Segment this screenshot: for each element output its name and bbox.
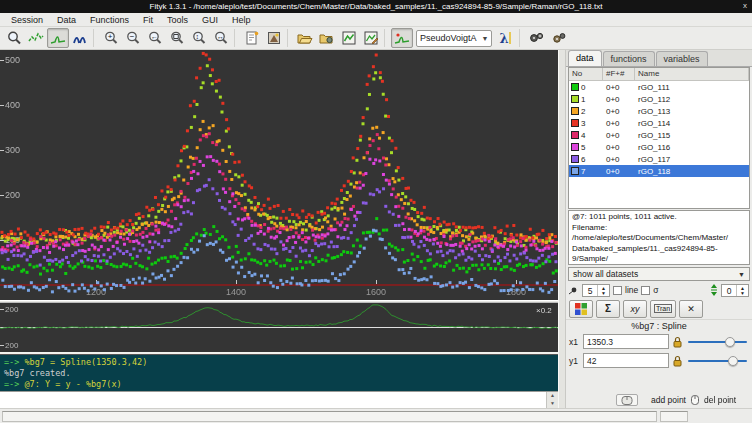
data-range-mode-icon[interactable] <box>25 28 47 48</box>
dataset-name: rGO_114 <box>635 119 749 128</box>
dataset-color-swatch[interactable] <box>571 167 579 175</box>
save-session-as-icon[interactable] <box>360 28 382 48</box>
svg-text:←: ← <box>151 33 158 40</box>
dataset-color-swatch[interactable] <box>571 119 579 127</box>
zoom-previous-icon[interactable]: ← <box>144 28 166 48</box>
param-x1-input[interactable]: 1350.3 <box>583 334 669 349</box>
param-y1-slider[interactable] <box>686 355 749 367</box>
dataset-color-swatch[interactable] <box>571 83 579 91</box>
add-peak-mode-icon[interactable] <box>47 28 69 48</box>
zoom-all-icon[interactable] <box>166 28 188 48</box>
auto-add-peak-icon[interactable] <box>391 28 413 48</box>
fit-settings-icon[interactable] <box>548 28 570 48</box>
tab-variables[interactable]: variables <box>656 51 708 66</box>
column-name[interactable]: Name <box>635 68 749 80</box>
sum-datasets-button[interactable]: Σ <box>596 300 620 318</box>
zoom-vertical-icon[interactable]: ↕ <box>188 28 210 48</box>
session-log-icon[interactable] <box>263 28 285 48</box>
close-window-button[interactable]: x <box>743 1 747 10</box>
aux-plot-canvas[interactable] <box>0 303 558 352</box>
zoom-mode-icon[interactable] <box>3 28 25 48</box>
command-history-spinner[interactable]: ▲▼ <box>546 392 558 408</box>
console-command: @7: Y = y - %bg7(x) <box>19 379 121 389</box>
data-shift-icon <box>710 284 718 296</box>
zoom-in-icon[interactable]: + <box>100 28 122 48</box>
dataset-row-rGO_115[interactable]: 40+0rGO_115 <box>569 129 749 141</box>
delete-dataset-button[interactable]: ✕ <box>679 300 703 318</box>
menu-fit[interactable]: Fit <box>136 15 160 25</box>
dataset-func-count: 0+0 <box>603 107 635 116</box>
dataset-number: 4 <box>581 131 585 140</box>
dataset-color-swatch[interactable] <box>571 95 579 103</box>
dataset-func-count: 0+0 <box>603 83 635 92</box>
lock-icon[interactable] <box>672 355 683 367</box>
open-session-icon[interactable] <box>294 28 316 48</box>
dataset-filter-dropdown[interactable]: show all datasets ▼ <box>568 267 750 281</box>
dataset-row-rGO_117[interactable]: 60+0rGO_117 <box>569 153 749 165</box>
sigma-checkbox[interactable] <box>641 286 650 295</box>
point-size-icon <box>569 285 579 295</box>
dataset-row-rGO_113[interactable]: 20+0rGO_113 <box>569 105 749 117</box>
console-command: %bg7 = Spline(1350.3,42) <box>19 357 147 367</box>
tab-functions[interactable]: functions <box>603 51 655 66</box>
edit-script-icon[interactable] <box>241 28 263 48</box>
title-bar: Fityk 1.3.1 - /home/aleplo/test/Document… <box>0 0 752 13</box>
dataset-number: 6 <box>581 155 585 164</box>
mouse-mode-button[interactable] <box>616 394 638 406</box>
column-no[interactable]: No <box>569 68 603 80</box>
dataset-row-rGO_116[interactable]: 50+0rGO_116 <box>569 141 749 153</box>
dataset-row-rGO_114[interactable]: 30+0rGO_114 <box>569 117 749 129</box>
dataset-name: rGO_115 <box>635 131 749 140</box>
line-checkbox[interactable] <box>613 286 622 295</box>
dataset-color-swatch[interactable] <box>571 107 579 115</box>
menu-session[interactable]: Session <box>4 15 50 25</box>
transformations-button[interactable]: Tran <box>650 300 676 318</box>
chevron-down-icon: ▼ <box>738 271 745 278</box>
save-session-icon[interactable] <box>338 28 360 48</box>
fit-run-icon[interactable] <box>526 28 548 48</box>
tab-data[interactable]: data <box>568 50 602 66</box>
dataset-color-swatch[interactable] <box>571 143 579 151</box>
menu-functions[interactable]: Functions <box>83 15 136 25</box>
dataset-row-rGO_118[interactable]: 70+0rGO_118 <box>569 165 749 177</box>
data-shift-spinner[interactable]: 0▲▼ <box>721 284 749 297</box>
point-size-spinner[interactable]: 5▲▼ <box>582 284 610 297</box>
menu-help[interactable]: Help <box>225 15 258 25</box>
menu-data[interactable]: Data <box>50 15 83 25</box>
dataset-number: 7 <box>581 167 585 176</box>
dataset-row-rGO_112[interactable]: 10+0rGO_112 <box>569 93 749 105</box>
param-y1-input[interactable]: 42 <box>583 353 669 368</box>
param-x1-slider[interactable] <box>686 336 749 348</box>
add-point-hint: add point <box>651 395 686 405</box>
toolbar-separator <box>519 29 524 47</box>
spin-down-icon[interactable]: ▼ <box>547 400 558 408</box>
peak-type-combo[interactable]: PseudoVoigtA ▼ <box>416 30 492 47</box>
sigma-checkbox-label: σ <box>653 285 658 295</box>
dataset-color-swatch[interactable] <box>571 155 579 163</box>
define-function-icon[interactable]: λ <box>495 28 517 48</box>
chevron-down-icon: ▼ <box>482 35 489 42</box>
add-function-mode-icon[interactable] <box>69 28 91 48</box>
zoom-horizontal-icon[interactable]: ↔ <box>210 28 232 48</box>
menu-tools[interactable]: Tools <box>160 15 195 25</box>
lock-icon[interactable] <box>672 336 683 348</box>
param-y1-label: y1 <box>569 356 580 366</box>
spin-up-icon[interactable]: ▲ <box>547 392 558 400</box>
info-line: Data/baked_samples/11._cas924894-85-9/Sa… <box>572 244 746 265</box>
dataset-list: No #F+# Name 00+0rGO_11110+0rGO_11220+0r… <box>568 67 750 209</box>
menu-gui[interactable]: GUI <box>195 15 225 25</box>
dataset-row-rGO_111[interactable]: 00+0rGO_111 <box>569 81 749 93</box>
command-input[interactable] <box>0 392 546 408</box>
zoom-out-icon[interactable]: − <box>122 28 144 48</box>
status-message-field <box>2 411 657 422</box>
dataset-edit-button[interactable] <box>569 300 593 318</box>
data-transform-button[interactable]: xy <box>623 300 647 318</box>
svg-text:+: + <box>108 32 113 41</box>
execute-script-icon[interactable] <box>316 28 338 48</box>
svg-text:↔: ↔ <box>217 33 224 40</box>
dataset-color-swatch[interactable] <box>571 131 579 139</box>
panel-splitter[interactable] <box>558 50 566 408</box>
main-plot-canvas[interactable] <box>0 50 558 300</box>
column-functions[interactable]: #F+# <box>603 68 635 80</box>
toolbar-separator <box>93 29 98 47</box>
